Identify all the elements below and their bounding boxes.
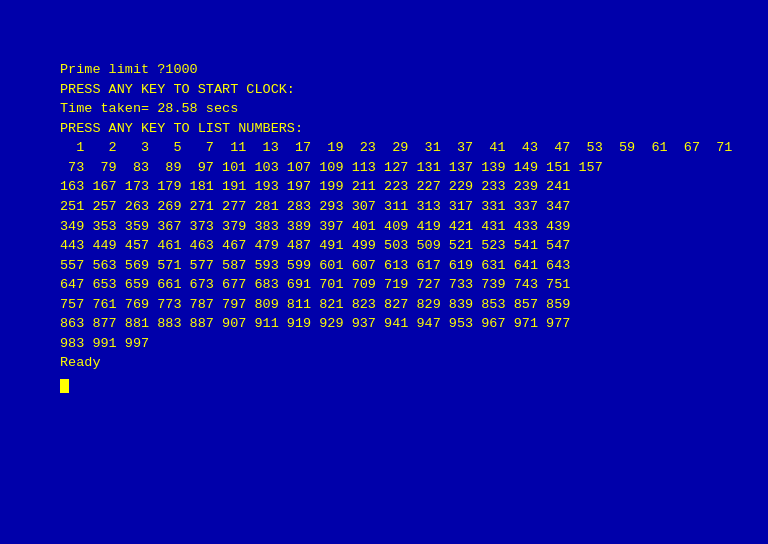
- terminal-line: Ready: [60, 355, 101, 370]
- terminal-line: 349 353 359 367 373 379 383 389 397 401 …: [60, 219, 570, 234]
- terminal-line: PRESS ANY KEY TO START CLOCK:: [60, 82, 295, 97]
- terminal-line: 73 79 83 89 97 101 103 107 109 113 127 1…: [60, 160, 603, 175]
- terminal-line: Time taken= 28.58 secs: [60, 101, 238, 116]
- cursor: [60, 379, 69, 393]
- terminal-screen: Prime limit ?1000 PRESS ANY KEY TO START…: [0, 0, 768, 544]
- terminal-line: 863 877 881 883 887 907 911 919 929 937 …: [60, 316, 570, 331]
- terminal-line: 757 761 769 773 787 797 809 811 821 823 …: [60, 297, 570, 312]
- terminal-line: 251 257 263 269 271 277 281 283 293 307 …: [60, 199, 570, 214]
- terminal-line: 163 167 173 179 181 191 193 197 199 211 …: [60, 179, 570, 194]
- terminal-line: Prime limit ?1000: [60, 62, 198, 77]
- terminal-line: PRESS ANY KEY TO LIST NUMBERS:: [60, 121, 303, 136]
- terminal-line: 1 2 3 5 7 11 13 17 19 23 29 31 37 41 43 …: [60, 140, 732, 155]
- terminal-line: 443 449 457 461 463 467 479 487 491 499 …: [60, 238, 570, 253]
- terminal-line: 557 563 569 571 577 587 593 599 601 607 …: [60, 258, 570, 273]
- terminal-line: 983 991 997: [60, 336, 149, 351]
- terminal-line: 647 653 659 661 673 677 683 691 701 709 …: [60, 277, 570, 292]
